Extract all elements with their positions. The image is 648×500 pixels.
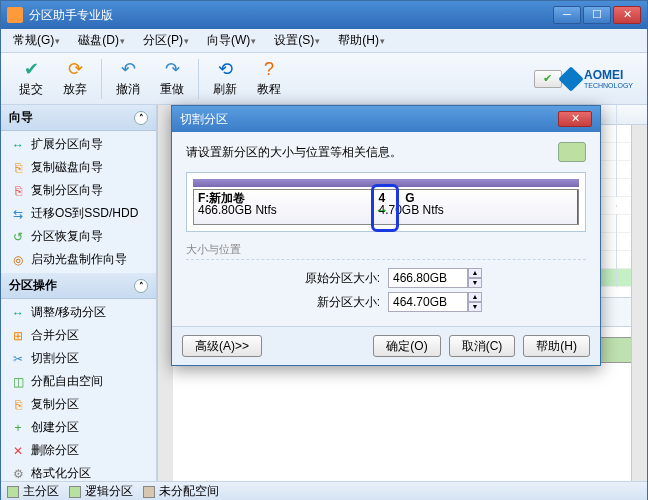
new-size-label: 新分区大小: bbox=[290, 294, 380, 311]
nav-item[interactable]: ↺分区恢复向导 bbox=[1, 225, 156, 248]
menu-item[interactable]: 设置(S)▾ bbox=[266, 30, 328, 51]
nav-item[interactable]: ↔扩展分区向导 bbox=[1, 133, 156, 156]
original-size-input[interactable] bbox=[388, 268, 468, 288]
menubar: 常规(G)▾磁盘(D)▾分区(P)▾向导(W)▾设置(S)▾帮助(H)▾ bbox=[1, 29, 647, 53]
new-size-input[interactable] bbox=[388, 292, 468, 312]
collapse-icon[interactable]: ˄ bbox=[134, 111, 148, 125]
advanced-button[interactable]: 高级(A)>> bbox=[182, 335, 262, 357]
size-position-label: 大小与位置 bbox=[186, 242, 586, 260]
nav-item[interactable]: ⚙格式化分区 bbox=[1, 462, 156, 481]
tutorial-button[interactable]: ?教程 bbox=[247, 55, 291, 102]
dialog-titlebar[interactable]: 切割分区 ✕ bbox=[172, 106, 600, 132]
ok-button[interactable]: 确定(O) bbox=[373, 335, 440, 357]
legend-primary-swatch bbox=[7, 486, 19, 498]
legend-unalloc-swatch bbox=[143, 486, 155, 498]
nav-icon: ↺ bbox=[11, 230, 25, 244]
nav-icon: ↔ bbox=[11, 306, 25, 320]
nav-item[interactable]: ↔调整/移动分区 bbox=[1, 301, 156, 324]
aomei-logo-icon bbox=[558, 66, 583, 91]
help-button[interactable]: 帮助(H) bbox=[523, 335, 590, 357]
menu-item[interactable]: 磁盘(D)▾ bbox=[70, 30, 133, 51]
commit-button[interactable]: ✔提交 bbox=[9, 55, 53, 102]
partition-segment-f[interactable]: F:新加卷 466.80GB Ntfs bbox=[194, 190, 374, 224]
nav-item[interactable]: ⎘复制磁盘向导 bbox=[1, 156, 156, 179]
partition-segment-g[interactable]: 4G 4.70GB Ntfs bbox=[374, 190, 578, 224]
titlebar[interactable]: 分区助手专业版 ─ ☐ ✕ bbox=[1, 1, 647, 29]
nav-item[interactable]: +创建分区 bbox=[1, 416, 156, 439]
undo-button[interactable]: ↶撤消 bbox=[106, 55, 150, 102]
nav-item[interactable]: ⎘复制分区向导 bbox=[1, 179, 156, 202]
nav-item[interactable]: ✕删除分区 bbox=[1, 439, 156, 462]
nav-icon: ✂ bbox=[11, 352, 25, 366]
nav-icon: ✕ bbox=[11, 444, 25, 458]
app-icon bbox=[7, 7, 23, 23]
legend-logical-swatch bbox=[69, 486, 81, 498]
nav-icon: + bbox=[11, 421, 25, 435]
original-size-label: 原始分区大小: bbox=[290, 270, 380, 287]
dialog-hint-icon bbox=[558, 142, 586, 162]
nav-icon: ⎘ bbox=[11, 161, 25, 175]
nav-icon: ⎘ bbox=[11, 398, 25, 412]
toolbar: ✔提交 ⟳放弃 ↶撤消 ↷重做 ⟲刷新 ?教程 ✔ AOMEITECHNOLOG… bbox=[1, 53, 647, 105]
nav-icon: ⊞ bbox=[11, 329, 25, 343]
nav-icon: ◎ bbox=[11, 253, 25, 267]
minimize-button[interactable]: ─ bbox=[553, 6, 581, 24]
nav-item[interactable]: ✂切割分区 bbox=[1, 347, 156, 370]
window-title: 分区助手专业版 bbox=[29, 7, 553, 24]
discard-button[interactable]: ⟳放弃 bbox=[53, 55, 97, 102]
left-sidebar: 向导 ˄ ↔扩展分区向导⎘复制磁盘向导⎘复制分区向导⇆迁移OS到SSD/HDD↺… bbox=[1, 105, 157, 481]
nav-icon: ↔ bbox=[11, 138, 25, 152]
nav-item[interactable]: ◎启动光盘制作向导 bbox=[1, 248, 156, 271]
cancel-button[interactable]: 取消(C) bbox=[449, 335, 516, 357]
nav-item[interactable]: ◫分配自由空间 bbox=[1, 370, 156, 393]
partition-preview[interactable]: F:新加卷 466.80GB Ntfs 4G 4.70GB Ntfs ↔ bbox=[186, 172, 586, 232]
resize-arrow-icon[interactable]: ↔ bbox=[375, 202, 389, 218]
main-scrollbar[interactable] bbox=[631, 125, 647, 481]
menu-item[interactable]: 帮助(H)▾ bbox=[330, 30, 393, 51]
spin-up[interactable]: ▲ bbox=[468, 268, 482, 278]
spin-down[interactable]: ▼ bbox=[468, 302, 482, 312]
menu-item[interactable]: 常规(G)▾ bbox=[5, 30, 68, 51]
nav-item[interactable]: ⇆迁移OS到SSD/HDD bbox=[1, 202, 156, 225]
spin-down[interactable]: ▼ bbox=[468, 278, 482, 288]
dialog-close-button[interactable]: ✕ bbox=[558, 111, 592, 127]
menu-item[interactable]: 分区(P)▾ bbox=[135, 30, 197, 51]
wizard-panel-header[interactable]: 向导 ˄ bbox=[1, 105, 156, 131]
nav-icon: ◫ bbox=[11, 375, 25, 389]
spin-up[interactable]: ▲ bbox=[468, 292, 482, 302]
ops-panel-header[interactable]: 分区操作 ˄ bbox=[1, 273, 156, 299]
nav-icon: ⎘ bbox=[11, 184, 25, 198]
nav-icon: ⇆ bbox=[11, 207, 25, 221]
maximize-button[interactable]: ☐ bbox=[583, 6, 611, 24]
aomei-brand: AOMEITECHNOLOGY bbox=[562, 68, 633, 89]
redo-button[interactable]: ↷重做 bbox=[150, 55, 194, 102]
dialog-instruction: 请设置新分区的大小与位置等相关信息。 bbox=[186, 144, 402, 161]
refresh-button[interactable]: ⟲刷新 bbox=[203, 55, 247, 102]
collapse-icon[interactable]: ˄ bbox=[134, 279, 148, 293]
statusbar: 主分区 逻辑分区 未分配空间 bbox=[1, 481, 647, 500]
nav-item[interactable]: ⎘复制分区 bbox=[1, 393, 156, 416]
nav-icon: ⚙ bbox=[11, 467, 25, 481]
nav-item[interactable]: ⊞合并分区 bbox=[1, 324, 156, 347]
split-partition-dialog: 切割分区 ✕ 请设置新分区的大小与位置等相关信息。 F:新加卷 466.80GB… bbox=[171, 105, 601, 366]
close-button[interactable]: ✕ bbox=[613, 6, 641, 24]
menu-item[interactable]: 向导(W)▾ bbox=[199, 30, 264, 51]
